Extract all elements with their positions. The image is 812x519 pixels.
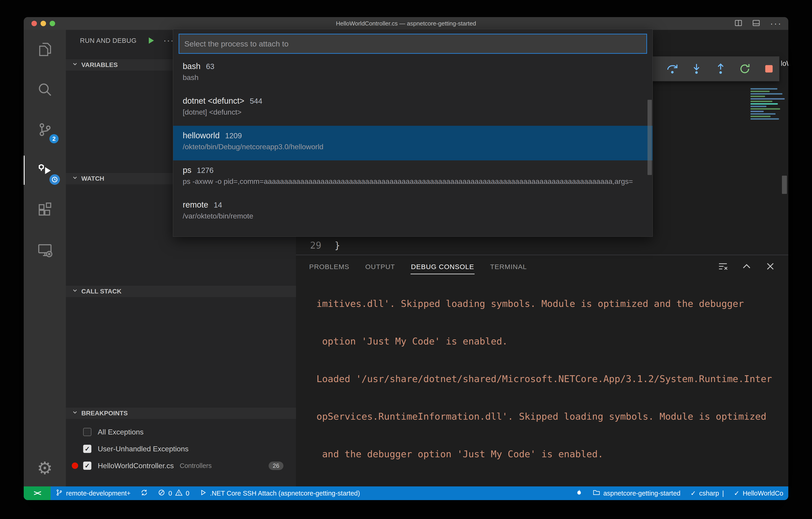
- process-name: bash: [183, 61, 201, 71]
- process-item-bash[interactable]: bash63 bash: [173, 57, 652, 91]
- check-icon: ✓: [690, 489, 696, 497]
- stop-button[interactable]: [759, 59, 779, 79]
- branch-name: remote-development+: [66, 490, 130, 497]
- process-detail: bash: [183, 74, 652, 82]
- section-breakpoints[interactable]: BREAKPOINTS: [66, 407, 296, 419]
- minimap-line: [751, 91, 770, 92]
- tab-problems[interactable]: PROBLEMS: [309, 259, 350, 274]
- breakpoint-row-user-unhandled[interactable]: ✓ User-Unhandled Exceptions: [66, 440, 296, 457]
- process-name: dotnet <defunct>: [183, 96, 244, 106]
- debug-toolbar: [635, 56, 779, 81]
- toggle-panel-layout-icon[interactable]: [752, 19, 760, 28]
- editor-code-line[interactable]: 29 }: [310, 240, 340, 251]
- step-into-button[interactable]: [687, 59, 706, 79]
- section-watch-label: WATCH: [81, 175, 104, 182]
- maximize-panel-icon[interactable]: [742, 261, 752, 272]
- branch-status-item[interactable]: remote-development+: [51, 486, 136, 500]
- checkbox-checked[interactable]: ✓: [83, 462, 91, 470]
- activity-run-debug[interactable]: [24, 150, 66, 190]
- console-line: option 'Just My Code' is enabled.: [316, 335, 788, 348]
- step-out-button[interactable]: [711, 59, 730, 79]
- debug-view-more-icon[interactable]: ···: [163, 36, 174, 46]
- debug-console-output[interactable]: imitives.dll'. Skipped loading symbols. …: [296, 272, 788, 486]
- activity-search[interactable]: [24, 70, 66, 110]
- settings-gear-icon[interactable]: ⚙: [24, 458, 66, 478]
- bottom-panel: PROBLEMS OUTPUT DEBUG CONSOLE TERMINAL: [296, 255, 788, 486]
- problems-status-item[interactable]: 0 0: [153, 486, 194, 500]
- minimap-line: [751, 118, 779, 120]
- sync-status-item[interactable]: [136, 486, 153, 500]
- debug-session-clock-badge: [50, 174, 60, 185]
- language-status-item[interactable]: ✓ csharp |: [685, 486, 729, 500]
- minimap-line: [751, 93, 782, 94]
- remote-indicator[interactable]: ><: [24, 486, 51, 500]
- activity-remote-explorer[interactable]: [24, 230, 66, 270]
- minimap-line: [751, 96, 765, 97]
- section-call-stack-label: CALL STACK: [81, 288, 121, 295]
- files-icon: [37, 42, 52, 58]
- customize-layout-icon[interactable]: ···: [770, 21, 782, 26]
- chevron-down-icon: [72, 175, 78, 182]
- editor-tab-fragment[interactable]: loWo: [781, 59, 788, 68]
- tab-output[interactable]: OUTPUT: [365, 259, 396, 274]
- activity-source-control[interactable]: 2: [24, 110, 66, 150]
- process-name: helloworld: [183, 131, 220, 140]
- process-item-ps[interactable]: ps1276 ps -axww -o pid=,comm=aaaaaaaaaaa…: [173, 161, 652, 195]
- process-search-input[interactable]: [179, 34, 647, 54]
- minimize-window-button[interactable]: [40, 21, 46, 26]
- titlebar-actions: ···: [734, 19, 782, 28]
- split-editor-icon[interactable]: [734, 19, 742, 28]
- process-item-remote[interactable]: remote14 /var/okteto/bin/remote: [173, 195, 652, 230]
- process-item-helloworld[interactable]: helloworld1209 /okteto/bin/Debug/netcore…: [173, 126, 652, 161]
- sidebar-title: RUN AND DEBUG: [80, 37, 137, 45]
- process-item-dotnet-defunct[interactable]: dotnet <defunct>544 [dotnet] <defunct>: [173, 91, 652, 126]
- close-panel-icon[interactable]: [765, 261, 776, 272]
- file-status-item[interactable]: ✓ HelloWorldCo: [729, 486, 788, 500]
- extensions-icon: [37, 202, 52, 218]
- tab-debug-console[interactable]: DEBUG CONSOLE: [411, 259, 474, 274]
- console-line: and the debugger option 'Just My Code' i…: [316, 448, 788, 460]
- start-debugging-icon[interactable]: [146, 36, 155, 45]
- section-variables-label: VARIABLES: [81, 61, 118, 68]
- process-pid: 1276: [197, 166, 213, 175]
- line-number: 29: [310, 240, 321, 251]
- zoom-window-button[interactable]: [50, 21, 55, 26]
- quickpick-input-wrap: [173, 29, 652, 57]
- separator: |: [722, 490, 724, 497]
- close-window-button[interactable]: [31, 21, 37, 26]
- status-bar: >< remote-development+ 0 0: [24, 486, 788, 500]
- checkbox-unchecked[interactable]: [83, 428, 91, 436]
- breakpoint-label: HelloWorldController.cs: [98, 462, 174, 470]
- breakpoint-row-all-exceptions[interactable]: All Exceptions: [66, 424, 296, 440]
- activity-extensions[interactable]: [24, 190, 66, 230]
- vscode-window: HelloWorldController.cs — aspnetcore-get…: [24, 17, 788, 500]
- panel-actions: [718, 261, 776, 272]
- restart-button[interactable]: [735, 59, 755, 79]
- language-name: csharp: [699, 490, 719, 497]
- clear-console-icon[interactable]: [718, 261, 728, 272]
- errors-icon: [158, 489, 165, 498]
- activity-explorer[interactable]: [24, 30, 66, 70]
- panel-tab-bar: PROBLEMS OUTPUT DEBUG CONSOLE TERMINAL: [296, 255, 788, 279]
- attach-process-quickpick: bash63 bash dotnet <defunct>544 [dotnet]…: [173, 29, 653, 237]
- minimap[interactable]: [751, 88, 788, 125]
- flame-status-item[interactable]: [571, 486, 588, 500]
- process-detail: /okteto/bin/Debug/netcoreapp3.0/hellowor…: [183, 143, 652, 151]
- quickpick-scrollbar-thumb[interactable]: [647, 100, 652, 175]
- warning-count: 0: [186, 490, 189, 497]
- step-over-button[interactable]: [663, 59, 682, 79]
- section-call-stack[interactable]: CALL STACK: [66, 285, 296, 297]
- checkbox-checked[interactable]: ✓: [83, 445, 91, 453]
- code-text: }: [335, 240, 340, 251]
- breakpoint-row-helloworldcontroller[interactable]: ✓ HelloWorldController.cs Controllers 26: [66, 457, 296, 474]
- debug-status-text: .NET Core SSH Attach (aspnetcore-getting…: [210, 490, 360, 497]
- process-pid: 1209: [225, 132, 242, 140]
- workspace-status-item[interactable]: aspnetcore-getting-started: [588, 486, 686, 500]
- process-name: remote: [183, 200, 208, 210]
- debug-status-item[interactable]: .NET Core SSH Attach (aspnetcore-getting…: [194, 486, 365, 500]
- minimap-line: [751, 116, 771, 117]
- tab-terminal[interactable]: TERMINAL: [490, 259, 527, 274]
- minimap-line: [751, 103, 778, 105]
- editor-scrollbar-thumb[interactable]: [782, 176, 787, 194]
- remote-explorer-icon: [37, 242, 52, 258]
